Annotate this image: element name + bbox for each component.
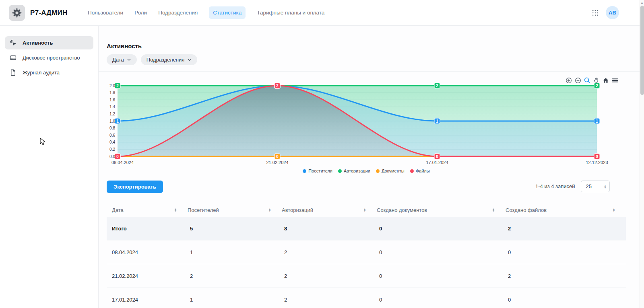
chevron-down-icon: [187, 57, 192, 62]
records-summary: 1-4 из 4 записей: [535, 183, 575, 189]
column-header-2[interactable]: Посетителей▴▾: [188, 207, 282, 213]
filter-label: Дата: [112, 57, 124, 63]
export-button[interactable]: Экспортировать: [107, 181, 163, 193]
page-size-select[interactable]: 25 ▴▾: [581, 181, 610, 192]
row-value-cell: 5: [188, 226, 282, 232]
svg-text:0: 0: [436, 154, 438, 159]
svg-text:2: 2: [276, 84, 279, 88]
svg-text:2: 2: [596, 84, 598, 88]
table-header-row: Дата▴▾Посетителей▴▾Авторизаций▴▾Создано …: [107, 203, 626, 217]
zoom-out-icon[interactable]: [574, 77, 582, 84]
legend-dot: [376, 169, 380, 173]
activity-click-icon: [9, 39, 17, 47]
svg-text:0: 0: [276, 154, 279, 159]
gear-icon: [9, 5, 25, 21]
header-right: АВ: [591, 6, 644, 19]
column-header-4[interactable]: Создано документов▴▾: [377, 207, 506, 213]
legend-item[interactable]: Посетители: [303, 168, 332, 173]
reset-icon[interactable]: [602, 77, 609, 84]
pan-icon[interactable]: [593, 77, 600, 84]
nav-item-1[interactable]: Пользователи: [88, 10, 123, 16]
column-header-3[interactable]: Авторизаций▴▾: [282, 207, 377, 213]
svg-text:2: 2: [116, 84, 119, 88]
sidebar-item-1[interactable]: Активность: [5, 36, 93, 49]
row-value-cell: 1: [188, 297, 282, 303]
legend-item[interactable]: Авторизации: [338, 168, 370, 173]
row-value-cell: 2: [282, 297, 377, 303]
row-value-cell: 0: [377, 226, 506, 232]
svg-text:1.2: 1.2: [109, 112, 115, 116]
column-label: Создано файлов: [506, 207, 547, 213]
sort-arrows-icon: ▴▾: [269, 208, 270, 212]
page-title: Активность: [107, 43, 142, 49]
row-date-cell: Итого: [112, 226, 188, 232]
filters: ДатаПодразделения: [107, 54, 197, 65]
legend-item[interactable]: Документы: [376, 168, 405, 173]
svg-text:1.8: 1.8: [109, 90, 115, 95]
svg-text:1: 1: [436, 119, 438, 123]
box-zoom-icon[interactable]: [584, 77, 591, 84]
svg-text:0.0: 0.0: [109, 154, 115, 159]
svg-text:2.0: 2.0: [109, 84, 115, 88]
svg-text:1.4: 1.4: [109, 105, 115, 109]
top-nav: ПользователиРолиПодразделенияСтатистикаТ…: [88, 6, 324, 19]
filter-pill-1[interactable]: Дата: [107, 54, 137, 65]
svg-text:17.01.2024: 17.01.2024: [426, 160, 448, 165]
row-date-cell: 08.04.2024: [112, 249, 188, 255]
row-value-cell: 0: [506, 249, 626, 255]
svg-text:0: 0: [116, 154, 119, 159]
scrollbar-thumb[interactable]: [640, 6, 644, 95]
legend-item[interactable]: Файлы: [410, 168, 430, 173]
page-size-value: 25: [586, 183, 592, 189]
svg-text:0.4: 0.4: [109, 140, 115, 144]
app-title: Р7-АДМИН: [30, 9, 68, 17]
column-header-1[interactable]: Дата▴▾: [112, 207, 188, 213]
row-value-cell: 8: [282, 226, 377, 232]
zoom-in-icon[interactable]: [565, 77, 572, 84]
row-value-cell: 2: [282, 249, 377, 255]
brand[interactable]: Р7-АДМИН: [0, 5, 84, 21]
row-value-cell: 1: [188, 249, 282, 255]
legend-label: Файлы: [416, 168, 430, 173]
apps-grid-icon[interactable]: [591, 9, 599, 17]
svg-text:1: 1: [116, 119, 119, 123]
svg-text:0.2: 0.2: [109, 147, 115, 152]
row-value-cell: 2: [506, 226, 626, 232]
avatar[interactable]: АВ: [606, 6, 619, 19]
nav-item-3[interactable]: Подразделения: [158, 10, 198, 16]
svg-text:12.12.2023: 12.12.2023: [586, 160, 608, 165]
scroll-up-icon[interactable]: ▲: [640, 0, 644, 5]
legend-dot: [338, 169, 342, 173]
row-value-cell: 2: [188, 273, 282, 279]
sidebar-item-label: Активность: [23, 40, 53, 46]
legend-dot: [410, 169, 414, 173]
svg-text:0.8: 0.8: [109, 126, 115, 130]
sort-arrows-icon: ▴▾: [364, 208, 365, 212]
legend-label: Документы: [382, 168, 405, 173]
nav-item-2[interactable]: Роли: [134, 10, 147, 16]
section-divider: [99, 71, 644, 72]
activity-chart[interactable]: 12112222000002000.00.20.40.60.81.01.21.4…: [107, 76, 626, 168]
sidebar-item-3[interactable]: Журнал аудита: [5, 66, 93, 79]
column-label: Посетителей: [188, 207, 219, 213]
scrollbar[interactable]: ▲: [640, 0, 644, 308]
sidebar-item-label: Дисковое пространство: [23, 55, 80, 61]
svg-text:1.0: 1.0: [109, 119, 115, 123]
filter-pill-2[interactable]: Подразделения: [141, 54, 198, 65]
row-date-cell: 17.01.2024: [112, 297, 188, 303]
nav-item-5[interactable]: Тарифные планы и оплата: [257, 10, 324, 16]
menu-icon[interactable]: [611, 77, 619, 84]
svg-text:08.04.2024: 08.04.2024: [111, 160, 134, 165]
nav-item-4[interactable]: Статистика: [209, 6, 246, 19]
column-label: Дата: [112, 207, 124, 213]
spinner-arrows-icon: ▴▾: [605, 185, 606, 189]
audit-journal-icon: [9, 69, 17, 76]
activity-table: Дата▴▾Посетителей▴▾Авторизаций▴▾Создано …: [107, 203, 626, 308]
chart-toolbar: [565, 77, 619, 84]
sidebar-item-2[interactable]: Дисковое пространство: [5, 51, 93, 64]
legend-label: Авторизации: [344, 168, 370, 173]
chevron-down-icon: [127, 57, 131, 62]
table-row: 08.04.20241200: [107, 240, 626, 264]
column-header-5[interactable]: Создано файлов▴▾: [506, 207, 626, 213]
svg-text:0.6: 0.6: [109, 133, 115, 138]
